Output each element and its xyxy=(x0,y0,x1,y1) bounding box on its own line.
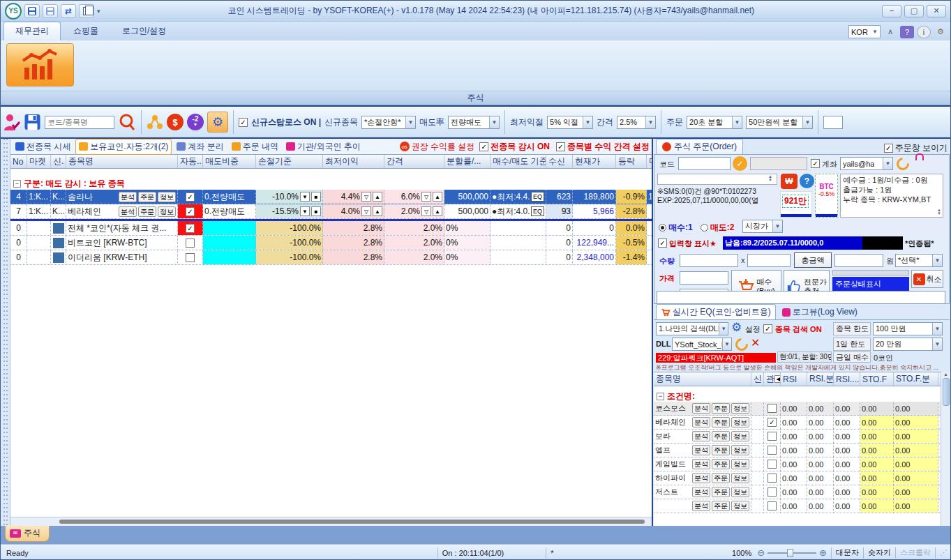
settings-button[interactable]: ⚙ xyxy=(207,112,228,133)
up-button[interactable]: ▲ xyxy=(433,192,442,202)
gear-icon[interactable]: ⚙ xyxy=(731,320,742,335)
scrollbar-thumb[interactable] xyxy=(943,378,950,406)
tab-shop[interactable]: 쇼핑몰 xyxy=(62,22,110,40)
col-name[interactable]: 종목명 xyxy=(66,155,178,168)
watch-checkbox[interactable] xyxy=(767,474,777,483)
col-rsi-etc[interactable]: RSI.... xyxy=(834,372,860,386)
col-recv[interactable]: 수신 xyxy=(546,155,573,168)
stoploss-checkbox[interactable] xyxy=(239,118,248,127)
col-name[interactable]: 종목명 xyxy=(654,372,751,386)
money-bag-icon[interactable]: $ xyxy=(167,114,184,130)
table-row[interactable]: 베라체인분석주문정보 0.00 0.00 0.00 0.00 0.00 xyxy=(654,416,950,430)
search-icon[interactable] xyxy=(118,113,136,131)
copy-button[interactable] xyxy=(79,4,94,18)
watch-checkbox[interactable] xyxy=(767,460,777,469)
down-button[interactable]: ▽ xyxy=(421,192,431,202)
vertical-scrollbar[interactable]: ▲ xyxy=(941,372,950,526)
reward-setting-button[interactable]: os권장 수익률 설정 xyxy=(397,139,478,154)
analyze-button[interactable]: 분석 xyxy=(692,431,710,441)
money-icon[interactable]: ₩ xyxy=(781,174,798,189)
multiplier-input[interactable] xyxy=(747,254,791,267)
spinner-icon[interactable]: ▲▼ xyxy=(937,209,941,215)
amount-input[interactable] xyxy=(834,254,883,267)
tools-icon[interactable]: ⚙ xyxy=(934,26,948,38)
col-stof-min[interactable]: STO.F.분 xyxy=(894,372,938,386)
info-button[interactable]: 정보 xyxy=(158,192,176,202)
tab-account-split[interactable]: 계좌 분리 xyxy=(174,139,226,154)
table-row[interactable]: 코스모스분석주문정보 0.00 0.00 0.00 0.00 0.00 xyxy=(654,402,950,416)
watch-checkbox[interactable] xyxy=(767,487,777,497)
order-time-select[interactable]: 20초 분할▼ xyxy=(687,116,742,129)
col-stof[interactable]: STO.F xyxy=(860,372,894,386)
save-disk-icon[interactable] xyxy=(24,114,41,130)
refresh-button[interactable]: ⇄ xyxy=(61,4,76,18)
horizontal-scrollbar[interactable] xyxy=(10,517,652,526)
table-row[interactable]: 0 전체 *코인*(자동 체크 권... -100.0% 2.8% 2.0% 0… xyxy=(10,221,652,236)
col-new[interactable]: 신. xyxy=(51,155,66,168)
watch-checkbox[interactable] xyxy=(767,501,777,510)
order-button[interactable]: 주문 xyxy=(712,417,730,427)
input-show-checkbox[interactable] xyxy=(658,239,667,248)
order-button[interactable]: 주문 xyxy=(712,445,730,455)
search-dll-select[interactable]: 1.나만의 검색(DLL)▼ xyxy=(656,322,728,335)
col-gap[interactable]: 간격 xyxy=(384,155,444,168)
zoom-in-icon[interactable]: ⊕ xyxy=(819,547,827,558)
down-button[interactable]: ▽ xyxy=(361,192,371,202)
sell-radio[interactable] xyxy=(701,224,708,232)
table-row[interactable]: 엘프분석주문정보 0.00 0.00 0.00 0.00 0.00 xyxy=(654,444,950,457)
order-amount-select[interactable]: 50만원씩 분할▼ xyxy=(746,116,813,129)
info-button[interactable]: 정보 xyxy=(731,403,749,414)
col-rsi[interactable]: RSI xyxy=(781,372,807,386)
close-button[interactable]: ✕ xyxy=(927,5,946,17)
order-button[interactable]: 주문 xyxy=(138,192,156,202)
confirm-icon[interactable]: ✓ xyxy=(733,156,747,171)
blank-box[interactable] xyxy=(823,116,843,129)
watch-checkbox[interactable] xyxy=(767,404,777,413)
col-price[interactable]: 현재가 xyxy=(573,155,616,168)
user-check-icon[interactable] xyxy=(3,113,20,131)
price-input[interactable] xyxy=(680,271,728,285)
monitor-on-checkbox[interactable] xyxy=(479,142,488,151)
tab-login-settings[interactable]: 로그인/설정 xyxy=(111,22,177,40)
table-row[interactable]: 7 1:K... K... 베라체인분석주문정보 0.전량매도 -15.5%▼■… xyxy=(10,204,652,219)
show-order-checkbox[interactable] xyxy=(884,144,893,153)
group-row[interactable]: − 조건명: xyxy=(654,391,950,402)
analyze-button[interactable]: 분석 xyxy=(692,417,710,427)
info-button[interactable]: 정보 xyxy=(731,417,749,427)
zoom-out-icon[interactable]: ⊖ xyxy=(757,547,765,558)
watch-checkbox[interactable] xyxy=(767,446,777,455)
code-input[interactable] xyxy=(678,157,731,170)
collapse-icon[interactable]: − xyxy=(13,180,21,188)
qat-more-icon[interactable]: ▾ xyxy=(97,8,100,15)
question-icon[interactable]: ? xyxy=(800,174,814,188)
col-new[interactable]: 신 xyxy=(751,372,764,386)
analyze-button[interactable]: 분석 xyxy=(119,192,137,202)
refresh-icon[interactable] xyxy=(733,335,750,353)
collapse-icon[interactable]: − xyxy=(657,393,664,400)
analyze-button[interactable]: 분석 xyxy=(119,206,137,217)
gap-select[interactable]: 2.5%▼ xyxy=(617,116,656,129)
resize-grip[interactable]: ⋰ xyxy=(940,548,948,557)
auto-checkbox[interactable] xyxy=(186,207,195,216)
tab-institution[interactable]: 기관/외국인 추이 xyxy=(283,139,364,154)
qty-input[interactable] xyxy=(680,254,738,267)
order-button[interactable]: 주문 xyxy=(712,473,730,483)
language-select[interactable]: KOR▼ xyxy=(848,25,881,38)
min-profit-select[interactable]: 5% 익절▼ xyxy=(547,116,593,129)
analyze-button[interactable]: 분석 xyxy=(692,487,710,497)
per-item-checkbox[interactable] xyxy=(556,142,565,151)
order-button[interactable]: 주문 xyxy=(712,501,730,511)
auto-checkbox[interactable] xyxy=(186,192,195,202)
col-rsi-min[interactable]: RSI.분 xyxy=(807,372,834,386)
refresh-icon[interactable] xyxy=(894,155,911,172)
tab-order-history[interactable]: 주문 내역 xyxy=(229,139,281,154)
down-button[interactable]: ▼ xyxy=(300,192,310,202)
network-icon[interactable] xyxy=(147,114,163,130)
tab-realtime-eq[interactable]: 실시간 EQ(코인-업비트용) xyxy=(656,304,776,319)
account-select[interactable]: yails@ha▼ xyxy=(840,157,893,170)
up-button[interactable]: ▲ xyxy=(373,192,382,202)
limit-select[interactable]: 100 만원▼ xyxy=(873,322,943,335)
order-memo-input[interactable] xyxy=(657,291,945,304)
new-item-select[interactable]: *손절안함*▼ xyxy=(361,116,416,129)
down-button[interactable]: ▽ xyxy=(421,206,431,216)
